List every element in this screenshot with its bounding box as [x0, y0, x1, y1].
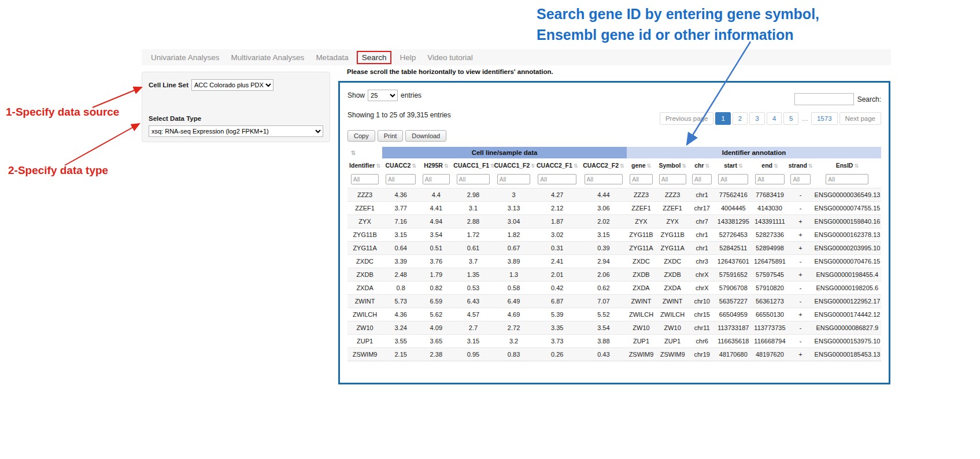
sort-icon: ⇅: [682, 163, 686, 169]
scroll-note: Please scroll the table horizontally to …: [347, 68, 553, 75]
cell: 52842511: [715, 242, 752, 255]
cell: 2.41: [534, 255, 580, 268]
pagination-page-2[interactable]: 2: [733, 112, 748, 125]
cell: ZSWIM9: [347, 348, 382, 361]
filter-cell: [419, 172, 453, 188]
cell: -: [788, 282, 813, 295]
pagination-page-1573[interactable]: 1573: [811, 112, 838, 125]
column-header-chr[interactable]: chr⇅: [689, 158, 715, 172]
cell: 5.73: [382, 295, 419, 308]
cell: ZWILCH: [627, 308, 656, 321]
table-row: ZXDB2.481.791.351.32.012.06ZXDBZXDBchrX5…: [347, 268, 881, 282]
filter-input-start[interactable]: [718, 174, 748, 184]
table-row: ZSWIM92.152.380.950.830.260.43ZSWIM9ZSWI…: [347, 348, 881, 361]
filter-input-identifier[interactable]: [351, 174, 379, 184]
pagination-page-3[interactable]: 3: [749, 112, 764, 125]
entries-label: entries: [401, 91, 421, 99]
cell: 3.15: [382, 228, 419, 242]
cell: 57910820: [752, 282, 787, 295]
nav-item-search[interactable]: Search: [357, 51, 392, 64]
cell: ZW10: [627, 321, 656, 335]
cell: 1.87: [534, 215, 580, 228]
search-label: Search:: [857, 95, 881, 103]
filter-input-cuacc2[interactable]: [386, 174, 416, 184]
cell: ZZZ3: [627, 188, 656, 202]
column-header-gene[interactable]: gene⇅: [627, 158, 656, 172]
filter-row: [347, 172, 881, 188]
cell: 66550130: [752, 308, 787, 321]
download-button[interactable]: Download: [405, 130, 446, 142]
cell: 52827336: [752, 228, 787, 242]
cell: 6.43: [453, 295, 493, 308]
cell: ZXDA: [627, 282, 656, 295]
cell: 6.87: [534, 295, 580, 308]
filter-input-symbol[interactable]: [659, 174, 686, 184]
cell: -: [788, 188, 813, 202]
filter-input-cuacc2-f2[interactable]: [585, 174, 623, 184]
pagination-next[interactable]: Next page: [840, 112, 881, 125]
data-type-select[interactable]: xsq: RNA-seq Expression (log2 FPKM+1): [149, 125, 323, 137]
column-header-identifier[interactable]: Identifier⇅: [347, 158, 382, 172]
column-header-strand[interactable]: strand⇅: [788, 158, 813, 172]
filter-input-ensid[interactable]: [826, 174, 868, 184]
nav-item-help[interactable]: Help: [394, 51, 421, 64]
column-header-h295r[interactable]: H295R⇅: [419, 158, 453, 172]
column-header-start[interactable]: start⇅: [715, 158, 752, 172]
cell: 3.77: [382, 202, 419, 215]
column-header-cuacc1-f2[interactable]: CUACC1_F2⇅: [494, 158, 534, 172]
cell-line-set-select[interactable]: ACC Colorado plus PDX: [191, 79, 273, 91]
filter-input-h295r[interactable]: [423, 174, 450, 184]
cell-line-set-label: Cell Line Set: [149, 82, 188, 88]
table-row: ZXDA0.80.820.530.580.420.62ZXDAZXDAchrX5…: [347, 282, 881, 295]
filter-input-end[interactable]: [755, 174, 785, 184]
cell: 3.65: [419, 335, 453, 348]
nav-item-univariate-analyses[interactable]: Univariate Analyses: [145, 51, 225, 64]
sort-icon: ⇅: [808, 163, 813, 169]
cell: 126475891: [752, 255, 787, 268]
column-header-ensid[interactable]: EnsID⇅: [813, 158, 881, 172]
search-annotation-line2: Ensembl gene id or other information: [537, 24, 819, 45]
cell: 0.95: [453, 348, 493, 361]
copy-button[interactable]: Copy: [347, 130, 375, 142]
search-input[interactable]: [794, 93, 854, 105]
column-header-end[interactable]: end⇅: [752, 158, 787, 172]
cell: 5.62: [419, 308, 453, 321]
column-header-cuacc2-f2[interactable]: CUACC2_F2⇅: [580, 158, 627, 172]
sort-icon[interactable]: ⇅: [347, 147, 382, 158]
filter-input-cuacc1-f2[interactable]: [497, 174, 531, 184]
cell: ZWILCH: [347, 308, 382, 321]
cell: 4.4: [419, 188, 453, 202]
cell: 2.94: [580, 255, 627, 268]
cell: 52894998: [752, 242, 787, 255]
column-label: CUACC1_F1: [453, 162, 489, 169]
filter-input-cuacc1-f1[interactable]: [457, 174, 490, 184]
pagination-previous[interactable]: Previous page: [660, 112, 714, 125]
cell: 48170680: [715, 348, 752, 361]
cell: 0.43: [580, 348, 627, 361]
pagination-page-5[interactable]: 5: [783, 112, 798, 125]
nav-item-multivariate-analyses[interactable]: Multivariate Analyses: [225, 51, 310, 64]
cell: 126437601: [715, 255, 752, 268]
column-header-cuacc2[interactable]: CUACC2⇅: [382, 158, 419, 172]
cell: ENSG00000122952.17: [813, 295, 881, 308]
nav-item-video-tutorial[interactable]: Video tutorial: [421, 51, 479, 64]
print-button[interactable]: Print: [378, 130, 404, 142]
column-header-cuacc1-f1[interactable]: CUACC1_F1⇅: [453, 158, 493, 172]
filter-input-gene[interactable]: [630, 174, 653, 184]
cell: 1.82: [494, 228, 534, 242]
cell: 3.35: [534, 321, 580, 335]
cell: 3.2: [494, 335, 534, 348]
pagination-page-1[interactable]: 1: [715, 112, 730, 125]
filter-input-chr[interactable]: [692, 174, 712, 184]
pagination-page-4[interactable]: 4: [767, 112, 782, 125]
group-header-row: ⇅Cell line/sample dataIdentifier annotat…: [347, 147, 881, 158]
cell: 0.51: [419, 242, 453, 255]
filter-input-strand[interactable]: [790, 174, 810, 184]
sort-icon: ⇅: [444, 163, 449, 169]
nav-item-metadata[interactable]: Metadata: [310, 51, 354, 64]
column-header-cuacc2-f1[interactable]: CUACC2_F1⇅: [534, 158, 580, 172]
column-header-symbol[interactable]: Symbol⇅: [656, 158, 689, 172]
filter-input-cuacc2-f1[interactable]: [538, 174, 576, 184]
page-length-select[interactable]: 25: [368, 90, 398, 101]
cell: 5.39: [534, 308, 580, 321]
